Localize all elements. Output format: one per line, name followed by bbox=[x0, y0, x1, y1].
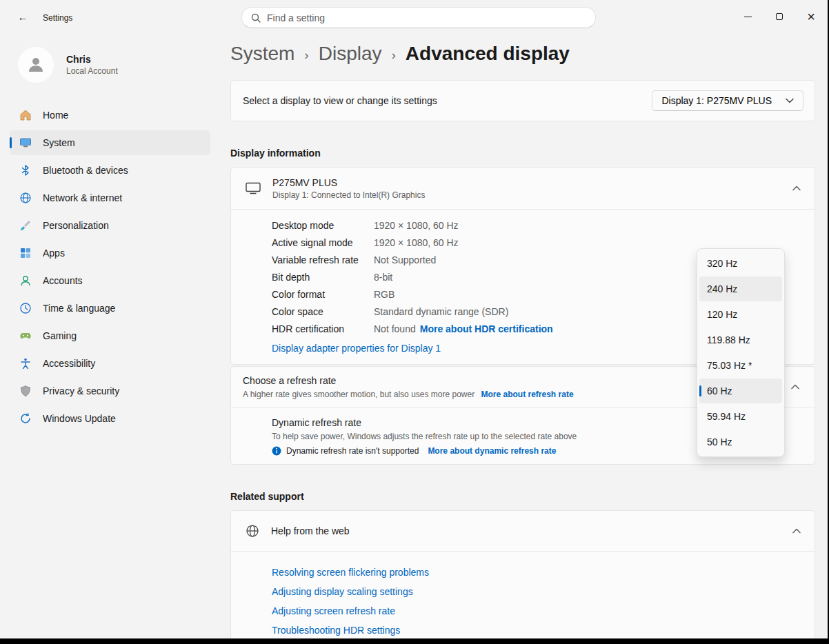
search-input[interactable] bbox=[267, 12, 586, 23]
user-account-type: Local Account bbox=[66, 66, 118, 76]
help-link-hdr-settings[interactable]: Troubleshooting HDR settings bbox=[272, 625, 801, 636]
sidebar-item-personalization[interactable]: Personalization bbox=[10, 213, 210, 238]
refresh-rate-option-50hz[interactable]: 50 Hz bbox=[699, 430, 782, 454]
refresh-rate-option-120hz[interactable]: 120 Hz bbox=[699, 302, 782, 327]
close-button[interactable]: × bbox=[795, 0, 827, 33]
network-icon bbox=[19, 192, 32, 204]
info-icon bbox=[272, 446, 281, 456]
info-label: Active signal mode bbox=[272, 237, 374, 248]
info-value: Not found bbox=[374, 323, 416, 334]
maximize-button[interactable] bbox=[763, 0, 795, 33]
sidebar-item-bluetooth-devices[interactable]: Bluetooth & devices bbox=[10, 158, 210, 183]
sidebar-item-apps[interactable]: Apps bbox=[10, 241, 210, 265]
close-icon: × bbox=[807, 10, 815, 23]
sidebar-item-network-internet[interactable]: Network & internet bbox=[10, 185, 210, 210]
breadcrumb-system[interactable]: System bbox=[230, 43, 294, 65]
info-value: Not Supported bbox=[374, 254, 436, 265]
display-card-subtitle: Display 1: Connected to Intel(R) Graphic… bbox=[272, 190, 425, 200]
titlebar: ← Settings × bbox=[0, 0, 829, 33]
more-about-dynamic-refresh-rate-link[interactable]: More about dynamic refresh rate bbox=[428, 446, 556, 456]
sidebar-item-label: Accessibility bbox=[43, 358, 95, 369]
breadcrumb: System › Display › Advanced display bbox=[230, 43, 815, 65]
sidebar-item-label: Privacy & security bbox=[43, 385, 119, 396]
help-links: Resolving screen flickering problems Adj… bbox=[231, 552, 815, 638]
sidebar-item-label: Network & internet bbox=[43, 192, 122, 203]
breadcrumb-separator: › bbox=[304, 45, 308, 63]
dynamic-refresh-rate-status: Dynamic refresh rate isn't supported bbox=[286, 446, 419, 456]
refresh-rate-option-240hz[interactable]: 240 Hz bbox=[699, 276, 782, 301]
info-row-desktop-mode: Desktop mode 1920 × 1080, 60 Hz bbox=[272, 217, 801, 234]
breadcrumb-separator: › bbox=[392, 45, 396, 63]
sidebar-item-accounts[interactable]: Accounts bbox=[10, 268, 210, 293]
help-from-web-title: Help from the web bbox=[271, 525, 350, 536]
app-title: Settings bbox=[43, 13, 72, 23]
help-from-web-expander[interactable]: Help from the web bbox=[231, 511, 815, 551]
chevron-up-icon bbox=[791, 384, 799, 390]
info-label: Color space bbox=[272, 306, 374, 317]
info-label: Desktop mode bbox=[272, 220, 374, 231]
info-value: 1920 × 1080, 60 Hz bbox=[374, 220, 459, 231]
time-language-icon bbox=[19, 302, 32, 314]
display-adapter-properties-link[interactable]: Display adapter properties for Display 1 bbox=[272, 343, 441, 354]
system-icon bbox=[19, 137, 32, 149]
maximize-icon bbox=[776, 13, 783, 20]
privacy-security-icon bbox=[19, 385, 32, 397]
sidebar-item-gaming[interactable]: Gaming bbox=[10, 323, 210, 348]
sidebar-item-system[interactable]: System bbox=[10, 130, 210, 155]
refresh-rate-flyout: 320 Hz 240 Hz 120 Hz 119.88 Hz 75.03 Hz … bbox=[697, 248, 785, 457]
chevron-down-icon bbox=[786, 98, 794, 103]
chevron-up-icon bbox=[792, 528, 801, 534]
info-label: HDR certification bbox=[272, 323, 374, 334]
refresh-rate-option-59-94hz[interactable]: 59.94 Hz bbox=[699, 404, 782, 429]
more-about-refresh-rate-link[interactable]: More about refresh rate bbox=[481, 390, 574, 399]
back-arrow-icon: ← bbox=[18, 11, 28, 23]
display-card-title: P275MV PLUS bbox=[272, 177, 425, 188]
sidebar-item-windows-update[interactable]: Windows Update bbox=[10, 406, 210, 431]
info-label: Color format bbox=[272, 289, 374, 300]
person-icon bbox=[26, 54, 46, 75]
page-title: Advanced display bbox=[406, 43, 570, 65]
display-information-expander[interactable]: P275MV PLUS Display 1: Connected to Inte… bbox=[231, 168, 815, 209]
display-selector-value: Display 1: P275MV PLUS bbox=[661, 95, 772, 106]
back-button[interactable]: ← bbox=[14, 9, 32, 24]
refresh-rate-description-text: A higher rate gives smoother motion, but… bbox=[243, 390, 475, 399]
refresh-rate-option-75-03hz[interactable]: 75.03 Hz * bbox=[699, 353, 782, 378]
refresh-rate-option-119-88hz[interactable]: 119.88 Hz bbox=[699, 328, 782, 352]
help-link-screen-refresh-rate[interactable]: Adjusting screen refresh rate bbox=[272, 605, 801, 616]
window-controls: × bbox=[732, 0, 827, 33]
info-value: Standard dynamic range (SDR) bbox=[374, 306, 508, 317]
minimize-icon bbox=[744, 17, 752, 17]
window-bottom-edge bbox=[0, 638, 829, 644]
info-value: RGB bbox=[374, 289, 394, 300]
sidebar: Chris Local Account Home System bbox=[0, 33, 219, 638]
sidebar-item-label: Home bbox=[43, 110, 68, 121]
refresh-rate-option-60hz[interactable]: 60 Hz bbox=[699, 379, 782, 403]
sidebar-item-label: Apps bbox=[43, 248, 65, 259]
info-value: 8-bit bbox=[374, 272, 392, 283]
sidebar-item-privacy-security[interactable]: Privacy & security bbox=[10, 379, 210, 403]
help-link-display-scaling[interactable]: Adjusting display scaling settings bbox=[272, 586, 801, 597]
chevron-up-icon bbox=[792, 185, 801, 191]
search-box[interactable] bbox=[241, 7, 596, 28]
info-label: Variable refresh rate bbox=[272, 254, 374, 265]
sidebar-item-label: Gaming bbox=[43, 330, 77, 341]
home-icon bbox=[19, 109, 32, 121]
sidebar-item-time-language[interactable]: Time & language bbox=[10, 296, 210, 321]
user-account-block[interactable]: Chris Local Account bbox=[0, 41, 219, 85]
minimize-button[interactable] bbox=[732, 0, 763, 33]
sidebar-item-label: System bbox=[43, 137, 75, 148]
sidebar-item-accessibility[interactable]: Accessibility bbox=[10, 351, 210, 376]
more-about-hdr-link[interactable]: More about HDR certification bbox=[420, 323, 553, 334]
breadcrumb-display[interactable]: Display bbox=[319, 43, 382, 65]
display-selector-dropdown[interactable]: Display 1: P275MV PLUS bbox=[652, 90, 803, 111]
help-link-screen-flickering[interactable]: Resolving screen flickering problems bbox=[272, 567, 801, 578]
sidebar-nav: Home System Bluetooth & devices Netw bbox=[0, 103, 219, 431]
display-selector-card: Select a display to view or change its s… bbox=[230, 80, 815, 121]
sidebar-item-label: Bluetooth & devices bbox=[43, 165, 128, 176]
bluetooth-icon bbox=[19, 164, 32, 177]
sidebar-item-label: Windows Update bbox=[43, 413, 116, 424]
refresh-rate-option-320hz[interactable]: 320 Hz bbox=[699, 251, 782, 276]
sidebar-item-home[interactable]: Home bbox=[10, 103, 210, 128]
accessibility-icon bbox=[19, 357, 32, 370]
display-selector-label: Select a display to view or change its s… bbox=[243, 95, 437, 106]
